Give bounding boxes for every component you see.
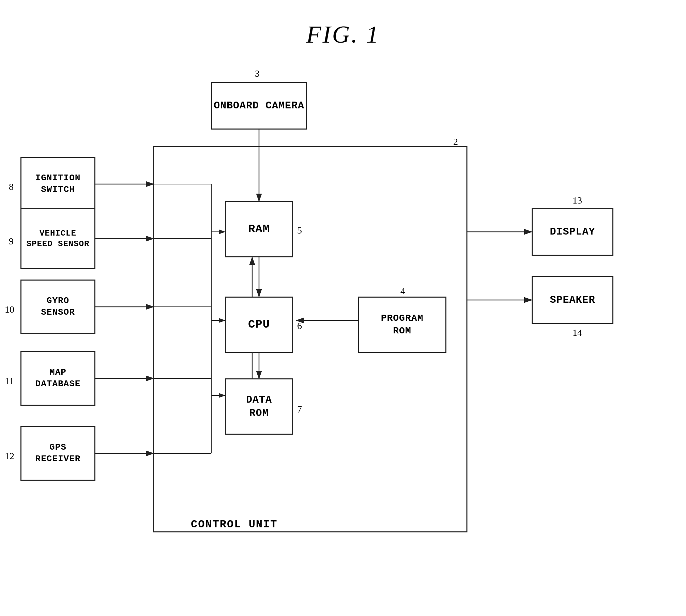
program-rom-block: PROGRAMROM bbox=[358, 297, 446, 353]
ref-7: 7 bbox=[297, 404, 302, 415]
diagram: FIG. 1 bbox=[0, 0, 686, 616]
ref-6: 6 bbox=[297, 320, 302, 331]
ref-4: 4 bbox=[400, 286, 405, 297]
onboard-camera-block: ONBOARD CAMERA bbox=[211, 82, 307, 130]
vehicle-speed-sensor-block: VEHICLESPEED SENSOR bbox=[20, 208, 95, 269]
display-block: DISPLAY bbox=[532, 208, 613, 256]
ram-block: RAM bbox=[225, 201, 293, 257]
ref-13: 13 bbox=[573, 195, 582, 206]
data-rom-block: DATAROM bbox=[225, 378, 293, 435]
gyro-sensor-block: GYROSENSOR bbox=[20, 280, 95, 334]
ref-12: 12 bbox=[5, 451, 14, 462]
ref-3: 3 bbox=[255, 68, 260, 79]
figure-title: FIG. 1 bbox=[306, 20, 380, 49]
ref-8: 8 bbox=[9, 181, 14, 192]
ref-14: 14 bbox=[573, 327, 582, 338]
gps-receiver-block: GPSRECEIVER bbox=[20, 426, 95, 481]
ref-11: 11 bbox=[5, 376, 14, 387]
control-unit-label: CONTROL UNIT bbox=[191, 518, 277, 531]
ref-2: 2 bbox=[453, 136, 458, 147]
ref-10: 10 bbox=[5, 304, 14, 315]
map-database-block: MAPDATABASE bbox=[20, 351, 95, 406]
ref-9: 9 bbox=[9, 236, 14, 247]
cpu-block: CPU bbox=[225, 297, 293, 353]
ignition-switch-block: IGNITIONSWITCH bbox=[20, 157, 95, 211]
speaker-block: SPEAKER bbox=[532, 276, 613, 324]
ref-5: 5 bbox=[297, 225, 302, 236]
